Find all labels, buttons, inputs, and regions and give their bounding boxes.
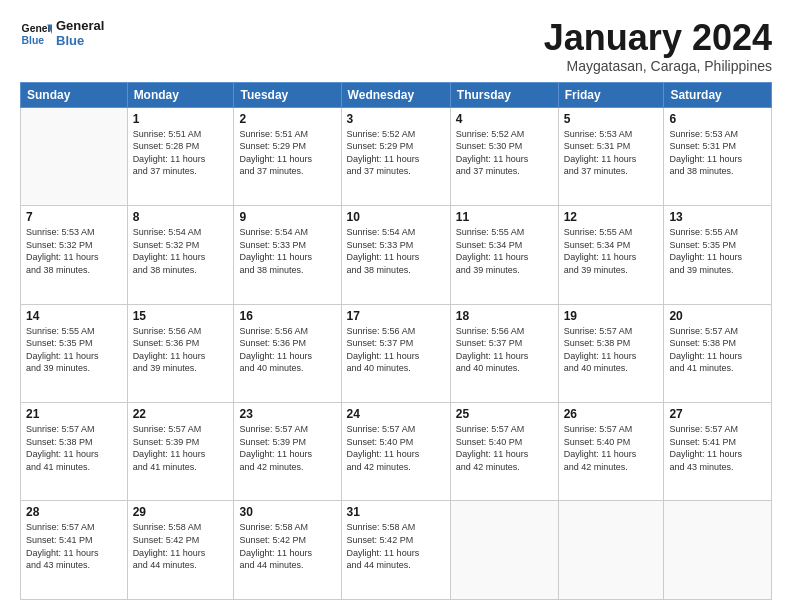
svg-text:Blue: Blue xyxy=(22,35,45,46)
logo-blue: Blue xyxy=(56,34,104,49)
day-info: Sunrise: 5:54 AMSunset: 5:33 PMDaylight:… xyxy=(347,226,445,276)
day-number: 14 xyxy=(26,309,122,323)
day-cell: 8Sunrise: 5:54 AMSunset: 5:32 PMDaylight… xyxy=(127,206,234,304)
day-info: Sunrise: 5:51 AMSunset: 5:29 PMDaylight:… xyxy=(239,128,335,178)
day-number: 30 xyxy=(239,505,335,519)
day-cell: 31Sunrise: 5:58 AMSunset: 5:42 PMDayligh… xyxy=(341,501,450,600)
day-info: Sunrise: 5:55 AMSunset: 5:35 PMDaylight:… xyxy=(669,226,766,276)
day-number: 31 xyxy=(347,505,445,519)
day-cell: 22Sunrise: 5:57 AMSunset: 5:39 PMDayligh… xyxy=(127,403,234,501)
day-cell: 27Sunrise: 5:57 AMSunset: 5:41 PMDayligh… xyxy=(664,403,772,501)
day-info: Sunrise: 5:57 AMSunset: 5:38 PMDaylight:… xyxy=(26,423,122,473)
weekday-thursday: Thursday xyxy=(450,82,558,107)
day-number: 1 xyxy=(133,112,229,126)
day-cell: 17Sunrise: 5:56 AMSunset: 5:37 PMDayligh… xyxy=(341,304,450,402)
day-info: Sunrise: 5:58 AMSunset: 5:42 PMDaylight:… xyxy=(239,521,335,571)
day-number: 2 xyxy=(239,112,335,126)
day-number: 28 xyxy=(26,505,122,519)
day-number: 29 xyxy=(133,505,229,519)
day-info: Sunrise: 5:56 AMSunset: 5:36 PMDaylight:… xyxy=(239,325,335,375)
day-cell: 1Sunrise: 5:51 AMSunset: 5:28 PMDaylight… xyxy=(127,107,234,205)
day-cell: 6Sunrise: 5:53 AMSunset: 5:31 PMDaylight… xyxy=(664,107,772,205)
week-row-5: 28Sunrise: 5:57 AMSunset: 5:41 PMDayligh… xyxy=(21,501,772,600)
day-cell: 15Sunrise: 5:56 AMSunset: 5:36 PMDayligh… xyxy=(127,304,234,402)
day-info: Sunrise: 5:57 AMSunset: 5:41 PMDaylight:… xyxy=(26,521,122,571)
day-number: 21 xyxy=(26,407,122,421)
day-info: Sunrise: 5:51 AMSunset: 5:28 PMDaylight:… xyxy=(133,128,229,178)
day-info: Sunrise: 5:54 AMSunset: 5:32 PMDaylight:… xyxy=(133,226,229,276)
day-cell xyxy=(558,501,664,600)
day-number: 18 xyxy=(456,309,553,323)
day-number: 9 xyxy=(239,210,335,224)
day-cell: 19Sunrise: 5:57 AMSunset: 5:38 PMDayligh… xyxy=(558,304,664,402)
day-number: 13 xyxy=(669,210,766,224)
title-block: January 2024 Maygatasan, Caraga, Philipp… xyxy=(544,18,772,74)
day-number: 12 xyxy=(564,210,659,224)
day-cell: 20Sunrise: 5:57 AMSunset: 5:38 PMDayligh… xyxy=(664,304,772,402)
day-number: 5 xyxy=(564,112,659,126)
day-cell: 18Sunrise: 5:56 AMSunset: 5:37 PMDayligh… xyxy=(450,304,558,402)
day-info: Sunrise: 5:57 AMSunset: 5:40 PMDaylight:… xyxy=(456,423,553,473)
day-cell: 9Sunrise: 5:54 AMSunset: 5:33 PMDaylight… xyxy=(234,206,341,304)
weekday-tuesday: Tuesday xyxy=(234,82,341,107)
day-cell: 3Sunrise: 5:52 AMSunset: 5:29 PMDaylight… xyxy=(341,107,450,205)
weekday-sunday: Sunday xyxy=(21,82,128,107)
weekday-saturday: Saturday xyxy=(664,82,772,107)
day-number: 20 xyxy=(669,309,766,323)
day-number: 24 xyxy=(347,407,445,421)
day-cell: 12Sunrise: 5:55 AMSunset: 5:34 PMDayligh… xyxy=(558,206,664,304)
day-info: Sunrise: 5:57 AMSunset: 5:39 PMDaylight:… xyxy=(239,423,335,473)
logo-icon: General Blue xyxy=(20,18,52,50)
day-info: Sunrise: 5:53 AMSunset: 5:31 PMDaylight:… xyxy=(669,128,766,178)
day-cell: 28Sunrise: 5:57 AMSunset: 5:41 PMDayligh… xyxy=(21,501,128,600)
day-info: Sunrise: 5:57 AMSunset: 5:38 PMDaylight:… xyxy=(669,325,766,375)
day-info: Sunrise: 5:57 AMSunset: 5:38 PMDaylight:… xyxy=(564,325,659,375)
day-number: 6 xyxy=(669,112,766,126)
day-number: 25 xyxy=(456,407,553,421)
day-number: 19 xyxy=(564,309,659,323)
day-number: 27 xyxy=(669,407,766,421)
day-info: Sunrise: 5:56 AMSunset: 5:37 PMDaylight:… xyxy=(347,325,445,375)
day-info: Sunrise: 5:55 AMSunset: 5:34 PMDaylight:… xyxy=(456,226,553,276)
week-row-2: 7Sunrise: 5:53 AMSunset: 5:32 PMDaylight… xyxy=(21,206,772,304)
weekday-monday: Monday xyxy=(127,82,234,107)
day-cell xyxy=(21,107,128,205)
day-number: 4 xyxy=(456,112,553,126)
day-number: 10 xyxy=(347,210,445,224)
day-info: Sunrise: 5:55 AMSunset: 5:35 PMDaylight:… xyxy=(26,325,122,375)
day-info: Sunrise: 5:57 AMSunset: 5:39 PMDaylight:… xyxy=(133,423,229,473)
day-cell: 14Sunrise: 5:55 AMSunset: 5:35 PMDayligh… xyxy=(21,304,128,402)
day-number: 3 xyxy=(347,112,445,126)
day-info: Sunrise: 5:52 AMSunset: 5:30 PMDaylight:… xyxy=(456,128,553,178)
day-number: 17 xyxy=(347,309,445,323)
day-number: 7 xyxy=(26,210,122,224)
day-info: Sunrise: 5:56 AMSunset: 5:36 PMDaylight:… xyxy=(133,325,229,375)
day-info: Sunrise: 5:57 AMSunset: 5:41 PMDaylight:… xyxy=(669,423,766,473)
svg-text:General: General xyxy=(22,23,52,34)
day-cell: 16Sunrise: 5:56 AMSunset: 5:36 PMDayligh… xyxy=(234,304,341,402)
day-cell xyxy=(450,501,558,600)
weekday-wednesday: Wednesday xyxy=(341,82,450,107)
day-cell: 2Sunrise: 5:51 AMSunset: 5:29 PMDaylight… xyxy=(234,107,341,205)
day-number: 26 xyxy=(564,407,659,421)
day-cell: 11Sunrise: 5:55 AMSunset: 5:34 PMDayligh… xyxy=(450,206,558,304)
weekday-friday: Friday xyxy=(558,82,664,107)
day-info: Sunrise: 5:57 AMSunset: 5:40 PMDaylight:… xyxy=(347,423,445,473)
day-info: Sunrise: 5:55 AMSunset: 5:34 PMDaylight:… xyxy=(564,226,659,276)
day-cell: 5Sunrise: 5:53 AMSunset: 5:31 PMDaylight… xyxy=(558,107,664,205)
day-info: Sunrise: 5:56 AMSunset: 5:37 PMDaylight:… xyxy=(456,325,553,375)
day-number: 16 xyxy=(239,309,335,323)
day-cell: 29Sunrise: 5:58 AMSunset: 5:42 PMDayligh… xyxy=(127,501,234,600)
day-number: 22 xyxy=(133,407,229,421)
week-row-4: 21Sunrise: 5:57 AMSunset: 5:38 PMDayligh… xyxy=(21,403,772,501)
day-cell: 24Sunrise: 5:57 AMSunset: 5:40 PMDayligh… xyxy=(341,403,450,501)
day-cell: 21Sunrise: 5:57 AMSunset: 5:38 PMDayligh… xyxy=(21,403,128,501)
day-number: 15 xyxy=(133,309,229,323)
day-cell: 30Sunrise: 5:58 AMSunset: 5:42 PMDayligh… xyxy=(234,501,341,600)
day-cell: 23Sunrise: 5:57 AMSunset: 5:39 PMDayligh… xyxy=(234,403,341,501)
day-cell: 7Sunrise: 5:53 AMSunset: 5:32 PMDaylight… xyxy=(21,206,128,304)
day-number: 8 xyxy=(133,210,229,224)
day-number: 23 xyxy=(239,407,335,421)
day-cell: 10Sunrise: 5:54 AMSunset: 5:33 PMDayligh… xyxy=(341,206,450,304)
day-info: Sunrise: 5:54 AMSunset: 5:33 PMDaylight:… xyxy=(239,226,335,276)
